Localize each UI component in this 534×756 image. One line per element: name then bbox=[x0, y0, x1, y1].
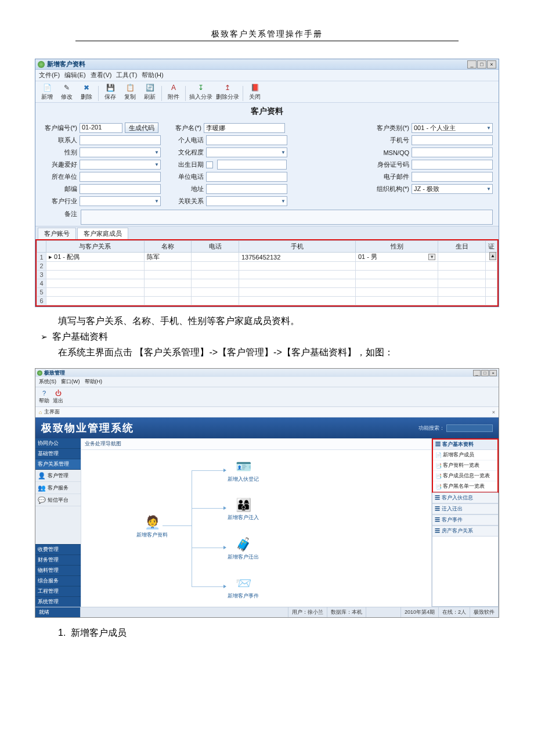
tb-delete-row[interactable]: ↥删除分录 bbox=[216, 83, 239, 101]
nav-item-customer[interactable]: 👤客户管理 bbox=[35, 470, 81, 482]
nav-cat-active[interactable]: 客户关系管理 bbox=[35, 459, 81, 470]
table-row[interactable]: 6 bbox=[37, 297, 497, 305]
menu-system[interactable]: 系统(S) bbox=[39, 378, 56, 386]
input-contact[interactable] bbox=[80, 135, 161, 145]
table-row[interactable]: 1 ▸ 01 - 配偶 陈军 13756452132 01 - 男▼ bbox=[37, 253, 497, 262]
table-row[interactable]: 3 bbox=[37, 271, 497, 279]
input-msnqq[interactable] bbox=[412, 147, 493, 157]
rnav-head[interactable]: ☰ 迁入迁出 bbox=[432, 503, 498, 514]
rnav-item[interactable]: 📑客户资料一览表 bbox=[433, 460, 497, 471]
select-hobby[interactable]: ▼ bbox=[80, 160, 161, 170]
col-birthday[interactable]: 生日 bbox=[438, 241, 486, 253]
rnav-item[interactable]: 📄新增客户成员 bbox=[433, 450, 497, 460]
select-relation[interactable]: ▼ bbox=[206, 196, 287, 206]
rnav-head[interactable]: ☰ 客户入伙信息 bbox=[432, 492, 498, 503]
nav-cat[interactable]: 物料管理 bbox=[35, 565, 81, 575]
tb-new[interactable]: 📄新增 bbox=[39, 83, 55, 101]
table-row[interactable]: 4 bbox=[37, 279, 497, 288]
cell-birthday[interactable] bbox=[438, 253, 486, 262]
menu-edit[interactable]: 编辑(E) bbox=[64, 71, 86, 80]
cell-rel[interactable]: ▸ 01 - 配偶 bbox=[46, 253, 145, 262]
rnav-head[interactable]: ☰ 客户事件 bbox=[432, 514, 498, 525]
input-cust-no[interactable]: 01-201 bbox=[80, 123, 122, 133]
menu-help[interactable]: 帮助(H) bbox=[85, 378, 103, 386]
nav-cat[interactable]: 基础管理 bbox=[35, 449, 81, 459]
tb-copy[interactable]: 📋复制 bbox=[122, 83, 138, 101]
cell-name[interactable]: 陈军 bbox=[144, 253, 192, 262]
col-name[interactable]: 名称 bbox=[144, 241, 192, 253]
menu-view[interactable]: 查看(V) bbox=[91, 71, 112, 80]
select-education[interactable]: ▼ bbox=[206, 147, 287, 157]
nav-cat[interactable]: 协同办公 bbox=[35, 438, 81, 449]
close-tab-icon[interactable]: × bbox=[492, 409, 495, 415]
col-gender[interactable]: 性别 bbox=[355, 241, 438, 253]
tb-close[interactable]: 📕关闭 bbox=[247, 83, 263, 101]
home-icon[interactable]: ⌂ bbox=[39, 409, 42, 415]
maximize-button[interactable]: □ bbox=[481, 370, 489, 376]
table-row[interactable]: 5 bbox=[37, 288, 497, 297]
scroll-up-icon[interactable]: ▲ bbox=[489, 252, 496, 260]
menu-window[interactable]: 窗口(W) bbox=[61, 378, 80, 386]
nav-cat[interactable]: 系统管理 bbox=[35, 596, 81, 607]
tb-help[interactable]: ?帮助 bbox=[39, 389, 49, 405]
nav-cat[interactable]: 财务管理 bbox=[35, 555, 81, 565]
nav-item-sms[interactable]: 💬短信平台 bbox=[35, 494, 81, 506]
input-company[interactable] bbox=[80, 172, 161, 182]
textarea-remark[interactable] bbox=[81, 210, 493, 225]
nav-item-service[interactable]: 👥客户服务 bbox=[35, 482, 81, 494]
rnav-head[interactable]: ☰ 房产客户关系 bbox=[432, 525, 498, 537]
node-checkin[interactable]: 🪪新增入伙登记 bbox=[228, 458, 259, 483]
node-root[interactable]: 🧑‍💼新增客户资料 bbox=[136, 514, 168, 539]
maximize-button[interactable]: □ bbox=[477, 60, 486, 69]
node-moveout[interactable]: 🧳新增客户迁出 bbox=[228, 536, 259, 561]
input-personal-phone[interactable] bbox=[206, 135, 287, 145]
select-industry[interactable]: ▼ bbox=[80, 196, 161, 206]
cell-phone[interactable] bbox=[192, 253, 239, 262]
input-idcard[interactable] bbox=[412, 160, 493, 170]
menu-help[interactable]: 帮助(H) bbox=[142, 71, 163, 80]
breadcrumb-home[interactable]: 主界面 bbox=[44, 408, 60, 416]
node-event[interactable]: 📨新增客户事件 bbox=[228, 575, 259, 600]
input-birth[interactable] bbox=[217, 160, 287, 170]
tab-family[interactable]: 客户家庭成员 bbox=[77, 228, 128, 239]
nav-cat[interactable]: 综合服务 bbox=[35, 575, 81, 586]
input-mobile[interactable] bbox=[412, 135, 493, 145]
col-rel[interactable]: 与客户关系 bbox=[46, 241, 145, 253]
nav-cat[interactable]: 工程管理 bbox=[35, 586, 81, 596]
tb-exit[interactable]: ⏻退出 bbox=[53, 389, 63, 405]
rnav-head-basic[interactable]: ☰ 客户基本资料 bbox=[433, 440, 497, 450]
col-mobile[interactable]: 手机 bbox=[239, 241, 355, 253]
col-phone[interactable]: 电话 bbox=[192, 241, 239, 253]
input-address[interactable] bbox=[206, 184, 287, 194]
input-email[interactable] bbox=[412, 172, 493, 182]
table-row[interactable]: 2 bbox=[37, 262, 497, 271]
input-postcode[interactable] bbox=[80, 184, 161, 194]
rnav-item[interactable]: 📑客户黑名单一览表 bbox=[433, 481, 497, 492]
menu-tool[interactable]: 工具(T) bbox=[116, 71, 137, 80]
rnav-item[interactable]: 📑客户成员信息一览表 bbox=[433, 471, 497, 481]
input-cust-name[interactable]: 李暖娜 bbox=[204, 123, 285, 133]
select-cust-type[interactable]: 001 - 个人业主▼ bbox=[412, 123, 493, 133]
nav-cat[interactable]: 收费管理 bbox=[35, 544, 81, 555]
tb-insert-row[interactable]: ↧插入分录 bbox=[189, 83, 212, 101]
node-movein[interactable]: 👨‍👩‍👦新增客户迁入 bbox=[228, 496, 259, 521]
tb-attach[interactable]: A附件 bbox=[165, 83, 182, 101]
tb-delete[interactable]: ✖删除 bbox=[78, 83, 95, 101]
menu-file[interactable]: 文件(F) bbox=[39, 71, 60, 80]
minimize-button[interactable]: _ bbox=[473, 370, 481, 376]
tb-refresh[interactable]: 🔄刷新 bbox=[142, 83, 158, 101]
close-button[interactable]: × bbox=[487, 60, 496, 69]
col-id[interactable]: 证 bbox=[486, 241, 497, 253]
minimize-button[interactable]: _ bbox=[467, 60, 477, 69]
checkbox-birth[interactable] bbox=[206, 161, 213, 168]
tb-modify[interactable]: ✎修改 bbox=[59, 83, 75, 101]
select-org[interactable]: JZ - 极致▼ bbox=[412, 184, 493, 194]
tab-account[interactable]: 客户账号 bbox=[38, 228, 76, 239]
input-company-phone[interactable] bbox=[206, 172, 287, 182]
tb-save[interactable]: 💾保存 bbox=[102, 83, 118, 101]
close-button[interactable]: × bbox=[489, 370, 497, 376]
button-gen-code[interactable]: 生成代码 bbox=[125, 123, 158, 133]
search-input[interactable] bbox=[446, 424, 493, 432]
cell-gender[interactable]: 01 - 男▼ bbox=[355, 253, 438, 262]
cell-mobile[interactable]: 13756452132 bbox=[239, 253, 355, 262]
